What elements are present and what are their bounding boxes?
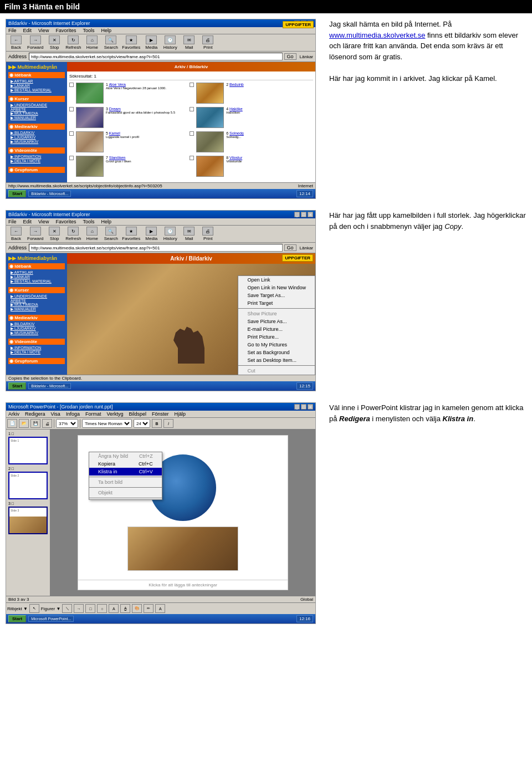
back-button[interactable]: ← Back [8, 35, 24, 50]
multimedia-link[interactable]: www.multimedia.skolverket.se [329, 31, 425, 39]
sidebar-link-lankar-2[interactable]: ▶ LÄNKAR [8, 275, 65, 279]
ppt-menu-arkiv[interactable]: Arkiv [8, 411, 19, 417]
menu-help[interactable]: Help [101, 28, 111, 33]
ppt-wordart-btn[interactable]: A̲ [120, 604, 130, 613]
image-link-4[interactable]: Haköke [229, 107, 243, 111]
image-checkbox-6[interactable] [190, 131, 194, 136]
menu-file[interactable]: File [8, 28, 17, 33]
ppt-ctx-kopiera[interactable]: KopieraCtrl+C [89, 460, 162, 468]
back-btn-2[interactable]: ←Back [8, 227, 24, 241]
mail-button[interactable]: ✉ Mail [181, 35, 197, 50]
sidebar-link-manualer[interactable]: ▶ MANUALER [8, 116, 65, 120]
ctx-open-link-new[interactable]: Open Link in New Window [238, 284, 315, 292]
image-link-2[interactable]: Beduinb [229, 83, 244, 86]
ppt-menu-bildspel[interactable]: Bildspel [129, 411, 146, 417]
favorites-button[interactable]: ★ Favorites [122, 35, 140, 50]
ctx-open-link[interactable]: Open Link [238, 276, 315, 284]
ctx-set-bg[interactable]: Set as Background [238, 349, 315, 356]
ppt-fillcolor-btn[interactable]: 🎨 [132, 604, 142, 613]
ctx-save-picture[interactable]: Save Picture As... [238, 318, 315, 325]
sidebar-link-artiklar[interactable]: ▶ ARTIKLAR [8, 79, 65, 84]
ctx-go-pictures[interactable]: Go to My Pictures [238, 341, 315, 349]
ppt-menu-visa[interactable]: Visa [51, 411, 60, 417]
sidebar-link-undersokande[interactable]: ▶ UNDERSÖKANDE ARBETE [8, 103, 65, 111]
ppt-new-btn[interactable]: 📄 [7, 419, 17, 428]
ppt-rect-btn[interactable]: □ [85, 604, 95, 613]
ppt-fontcolor-btn[interactable]: A [155, 604, 165, 613]
ctx-email-picture[interactable]: E-mail Picture... [238, 325, 315, 333]
image-checkbox-3[interactable] [69, 107, 74, 111]
sidebar-link-information[interactable]: ▶ INFORMATION [8, 155, 65, 159]
history-button[interactable]: 🕐 History [162, 35, 178, 50]
favorites-btn-2[interactable]: ★Favorites [122, 227, 140, 241]
menu-edit-2[interactable]: Edit [23, 219, 32, 224]
menu-help-2[interactable]: Help [101, 219, 111, 224]
ppt-arrow-btn[interactable]: → [74, 604, 84, 613]
ppt-menu-format[interactable]: Format [85, 411, 101, 417]
ppt-ctx-tabort[interactable]: Ta bort bild [89, 478, 162, 486]
uppgifter-button[interactable]: UPPGIFTER [283, 21, 314, 28]
start-button-2[interactable]: Start [8, 382, 26, 390]
home-btn-2[interactable]: ⌂Home [84, 227, 100, 241]
image-checkbox-4[interactable] [190, 107, 194, 111]
menu-favorites[interactable]: Favorites [55, 28, 76, 33]
sidebar-link-delta[interactable]: ▶ DELTA I MÖTE [8, 159, 65, 163]
ppt-open-btn[interactable]: 📂 [19, 419, 29, 428]
image-checkbox-7[interactable] [69, 156, 74, 160]
ppt-bold-btn[interactable]: B [152, 419, 162, 428]
image-link-7[interactable]: Stanöken [109, 156, 126, 160]
sidebar-link-bildarkiv-2[interactable]: ▶ BILDARKIV [8, 322, 65, 326]
sidebar-link-musikarkiv-2[interactable]: ▶ MUSIKARKIV [8, 331, 65, 335]
ppt-ctx-angra[interactable]: Ångra Ny bildCtrl+Z [89, 452, 162, 460]
forward-button[interactable]: → Forward [27, 35, 43, 50]
ppt-linecolor-btn[interactable]: ✏ [144, 604, 154, 613]
sidebar-link-delta-2[interactable]: ▶ DELTA I MÖTE [8, 350, 65, 355]
refresh-button[interactable]: ↻ Refresh [65, 35, 81, 50]
sidebar-link-undersokande-2[interactable]: ▶ UNDERSÖKANDE ARBETE [8, 294, 65, 303]
image-checkbox-1[interactable] [69, 83, 74, 87]
menu-file-2[interactable]: File [8, 219, 17, 224]
image-link-5[interactable]: Kamel [109, 131, 120, 135]
sidebar-link-multimedia-2[interactable]: ▶ MULTIMEDIA [8, 303, 65, 307]
ctx-set-desktop[interactable]: Set as Desktop Item... [238, 356, 315, 364]
forward-btn-2[interactable]: →Forward [27, 227, 43, 241]
sidebar-link-bildarkiv[interactable]: ▶ BILDARKIV [8, 131, 65, 135]
menu-favorites-2[interactable]: Favorites [55, 219, 76, 224]
print-button[interactable]: 🖨 Print [200, 35, 216, 50]
close-btn-2[interactable]: × [308, 212, 313, 217]
ppt-ctx-objekt[interactable]: Objekt [89, 489, 162, 497]
image-link-8[interactable]: Vilostur [229, 156, 242, 160]
mail-btn-2[interactable]: ✉Mail [181, 227, 197, 241]
sidebar-link-lankar[interactable]: ▶ LÄNKAR [8, 84, 65, 88]
stop-btn-2[interactable]: ✕Stop [47, 227, 62, 241]
ctx-show-picture[interactable]: Show Picture [238, 310, 315, 318]
sidebar-link-artiklar-2[interactable]: ▶ ARTIKLAR [8, 270, 65, 275]
ppt-italic-btn[interactable]: I [163, 419, 173, 428]
sidebar-link-information-2[interactable]: ▶ INFORMATION [8, 346, 65, 350]
ppt-slide-3[interactable]: Slide 3 [8, 507, 48, 534]
taskbar-ie-2[interactable]: Bildarkiv - Microsoft... [28, 383, 71, 389]
menu-edit[interactable]: Edit [23, 28, 32, 33]
address-input-1[interactable] [29, 53, 282, 60]
image-checkbox-8[interactable] [190, 156, 194, 160]
home-button[interactable]: ⌂ Home [84, 35, 100, 50]
menu-tools-2[interactable]: Tools [83, 219, 94, 224]
search-button[interactable]: 🔍 Search [103, 35, 119, 50]
start-button-1[interactable]: Start [8, 190, 26, 197]
notes-placeholder[interactable]: Klicka för att lägga till anteckningar [78, 580, 288, 590]
ctx-print-target[interactable]: Print Target [238, 299, 315, 307]
sidebar-link-musikarkiv[interactable]: ▶ MUSIKARKIV [8, 140, 65, 144]
ppt-slide-1[interactable]: Slide 1 [8, 437, 48, 464]
sidebar-link-multimedia[interactable]: ▶ MULTIMEDIA [8, 111, 65, 116]
ctx-print-picture[interactable]: Print Picture... [238, 333, 315, 341]
ppt-save-btn[interactable]: 💾 [30, 419, 40, 428]
taskbar-ppt[interactable]: Microsoft PowerPoint... [28, 616, 74, 622]
ppt-fontsize-select[interactable]: 24 [134, 419, 150, 428]
ppt-menu-fonster[interactable]: Fönster [152, 411, 169, 417]
image-link-3[interactable]: Dream [109, 107, 121, 111]
start-button-3[interactable]: Start [8, 615, 26, 622]
sidebar-link-bestall-2[interactable]: ▶ BESTÄLL MATERIAL [8, 279, 65, 284]
ppt-font-select[interactable]: Times New Roman [82, 419, 132, 428]
ppt-textbox-btn[interactable]: A [109, 604, 119, 613]
print-btn-2[interactable]: 🖨Print [200, 227, 216, 241]
